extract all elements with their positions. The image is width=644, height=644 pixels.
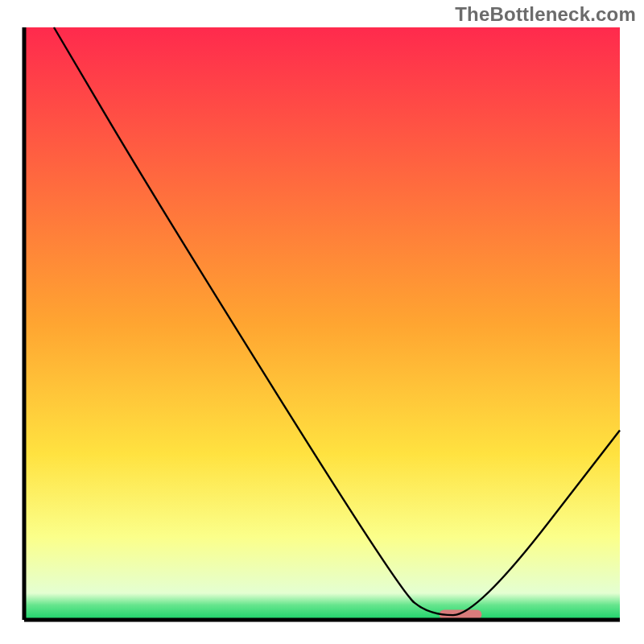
gradient-background <box>24 27 620 620</box>
bottleneck-chart <box>0 0 644 644</box>
watermark-text: TheBottleneck.com <box>455 3 636 26</box>
